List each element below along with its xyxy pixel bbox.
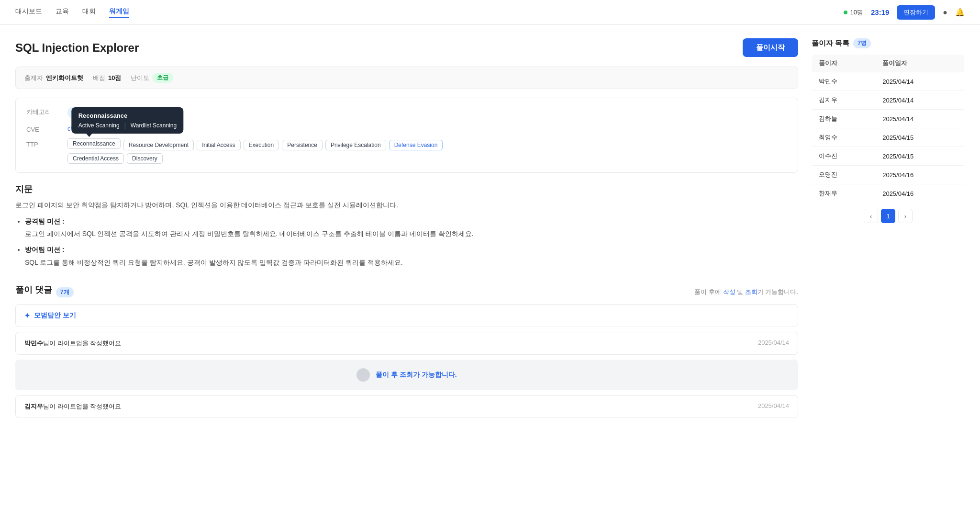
page-title: SQL Injection Explorer <box>15 41 139 55</box>
online-count: 10명 <box>844 8 863 17</box>
ttp-tag-reconnaissance[interactable]: Reconnaissance <box>67 138 121 149</box>
score-value: 10점 <box>108 74 121 82</box>
ttp-tag-credential-access[interactable]: Credential Access <box>67 153 124 164</box>
comments-title: 풀이 댓글 <box>15 284 52 295</box>
comments-header: 풀이 댓글 7개 풀이 후에 작성 및 조회가 가능합니다. <box>15 284 798 300</box>
player-date: 2025/04/16 <box>876 166 964 184</box>
sidebar-title: 풀이자 목록 7명 <box>812 38 965 48</box>
difficulty-badge: 초급 <box>152 73 173 83</box>
player-date: 2025/04/14 <box>876 91 964 110</box>
best-answer-button[interactable]: ✦ 모범답안 보기 <box>24 311 789 320</box>
timer: 23:19 <box>871 8 889 16</box>
view-link[interactable]: 조회 <box>745 288 757 295</box>
ttp-tag-persistence[interactable]: Persistence <box>282 140 323 150</box>
comment-row-1: 박민수님이 라이트업을 작성했어요 2025/04/14 <box>24 339 789 348</box>
detail-card: 카테고리 웹해킹 CVE cVE-2019-10164 TTP Reconnai… <box>15 98 798 173</box>
player-date: 2025/04/15 <box>876 128 964 147</box>
sidebar: 풀이자 목록 7명 풀이자 풀이일자 박민수2025/04/14김지우2025/… <box>812 38 965 423</box>
ttp-tag-initial-access[interactable]: Initial Access <box>197 140 240 150</box>
pagination: ‹ 1 › <box>812 209 965 223</box>
unlock-link[interactable]: 풀이 후 조회가 가능합니다. <box>376 371 457 378</box>
score-label: 배점 <box>93 74 105 82</box>
content-section-title: 지문 <box>15 183 798 195</box>
creator-item: 출제자 엔키화이트햇 <box>24 74 83 82</box>
comments-section: 풀이 댓글 7개 풀이 후에 작성 및 조회가 가능합니다. ✦ 모범답안 보기… <box>15 284 798 418</box>
difficulty-item: 난이도 초급 <box>131 73 173 83</box>
page-content: SQL Injection Explorer 풀이시작 출제자 엔키화이트햇 배… <box>0 25 980 436</box>
player-date: 2025/04/14 <box>876 72 964 91</box>
difficulty-label: 난이도 <box>131 74 149 82</box>
ttp-tag-execution[interactable]: Execution <box>244 140 279 150</box>
table-row: 최영수2025/04/15 <box>812 128 965 147</box>
extend-button[interactable]: 연장하기 <box>897 5 935 20</box>
ttp-label: TTP <box>26 140 60 148</box>
mission-attack-text: 로그인 페이지에서 SQL 인젝션 공격을 시도하여 관리자 계정 비밀번호를 … <box>25 230 474 238</box>
tooltip-item-2: Wardlist Scanning <box>131 122 177 129</box>
nav-competition[interactable]: 대회 <box>82 7 96 18</box>
nav-right: 10명 23:19 연장하기 ● 🔔 <box>844 5 965 20</box>
bell-icon[interactable]: 🔔 <box>955 8 965 17</box>
mission-defense: 방어팀 미션 : SQL 로그를 통해 비정상적인 쿼리 요청을 탐지하세요. … <box>25 243 798 269</box>
cve-label: CVE <box>26 125 60 133</box>
ttp-tag-discovery[interactable]: Discovery <box>127 153 163 164</box>
best-answer-label: 모범답안 보기 <box>34 311 76 320</box>
player-table: 풀이자 풀이일자 박민수2025/04/14김지우2025/04/14김하늘20… <box>812 54 965 203</box>
table-row: 오명진2025/04/16 <box>812 166 965 184</box>
player-name: 김지우 <box>812 91 876 110</box>
user-icon[interactable]: ● <box>943 8 947 17</box>
creator-value: 엔키화이트햇 <box>46 74 83 82</box>
ttp-tag-privilege-escalation[interactable]: Privilege Escalation <box>325 140 386 150</box>
next-page-button[interactable]: › <box>898 209 913 223</box>
tooltip-divider: | <box>124 122 126 129</box>
comments-notice: 풀이 후에 작성 및 조회가 가능합니다. <box>694 288 798 296</box>
tooltip-arrow <box>86 133 93 137</box>
table-row: 김하늘2025/04/14 <box>812 110 965 128</box>
comment-row-2: 김지우님이 라이트업을 작성했어요 2025/04/14 <box>24 402 789 411</box>
online-dot <box>844 11 847 14</box>
comment-1-date: 2025/04/14 <box>758 339 789 348</box>
blur-avatar <box>356 368 370 382</box>
nav-wargame[interactable]: 워게임 <box>109 7 129 18</box>
creator-label: 출제자 <box>24 74 43 82</box>
tooltip-title: Reconnaissance <box>78 112 177 119</box>
ttp-tags-container: Reconnaissance Reconnaissance Active Sca… <box>67 140 443 164</box>
best-answer-card[interactable]: ✦ 모범답안 보기 <box>15 304 798 327</box>
tooltip-box: Reconnaissance Active Scanning | Wardlis… <box>72 107 183 134</box>
table-row: 한재우2025/04/16 <box>812 184 965 203</box>
comment-item-1: 박민수님이 라이트업을 작성했어요 2025/04/14 <box>15 332 798 355</box>
tooltip-items: Active Scanning | Wardlist Scanning <box>78 122 177 129</box>
ttp-tags-row1: Reconnaissance Reconnaissance Active Sca… <box>67 140 443 150</box>
mission-defense-text: SQL 로그를 통해 비정상적인 쿼리 요청을 탐지하세요. 공격이 발생하지 … <box>25 259 403 266</box>
comment-2-author: 김지우님이 라이트업을 작성했어요 <box>24 402 121 411</box>
player-name: 오명진 <box>812 166 876 184</box>
ttp-tag-defense-evasion[interactable]: Defense Evasion <box>389 140 443 150</box>
navbar: 대시보드 교육 대회 워게임 10명 23:19 연장하기 ● 🔔 <box>0 0 980 25</box>
play-button[interactable]: 풀이시작 <box>743 38 798 57</box>
ttp-tag-resource-dev[interactable]: Resource Development <box>123 140 194 150</box>
player-table-body: 박민수2025/04/14김지우2025/04/14김하늘2025/04/14최… <box>812 72 965 203</box>
star-icon: ✦ <box>24 312 30 319</box>
player-name: 이수진 <box>812 147 876 166</box>
tooltip-item-1: Active Scanning <box>78 122 120 129</box>
page-1-button[interactable]: 1 <box>881 209 895 223</box>
blur-card: 풀이 후 조회가 가능합니다. <box>15 360 798 390</box>
prev-page-button[interactable]: ‹ <box>864 209 878 223</box>
nav-links: 대시보드 교육 대회 워게임 <box>15 7 844 18</box>
mission-list: 공격팀 미션 : 로그인 페이지에서 SQL 인젝션 공격을 시도하여 관리자 … <box>15 215 798 269</box>
nav-education[interactable]: 교육 <box>56 7 69 18</box>
sidebar-title-text: 풀이자 목록 <box>812 39 849 48</box>
online-count-label: 10명 <box>850 8 863 17</box>
player-table-header-row: 풀이자 풀이일자 <box>812 55 965 72</box>
write-link[interactable]: 작성 <box>723 288 735 295</box>
player-name: 김하늘 <box>812 110 876 128</box>
ttp-reconnaissance-container: Reconnaissance Reconnaissance Active Sca… <box>67 140 121 150</box>
player-name: 최영수 <box>812 128 876 147</box>
nav-dashboard[interactable]: 대시보드 <box>15 7 42 18</box>
mission-defense-title: 방어팀 미션 : <box>25 246 64 253</box>
comment-1-author: 박민수님이 라이트업을 작성했어요 <box>24 339 121 348</box>
player-date: 2025/04/16 <box>876 184 964 203</box>
content-description: 로그인 페이지의 보안 취약점을 탐지하거나 방어하며, SQL 인젝션을 이용… <box>15 200 798 211</box>
main-content: SQL Injection Explorer 풀이시작 출제자 엔키화이트햇 배… <box>15 38 798 423</box>
sidebar-count: 7명 <box>853 38 871 48</box>
mission-attack-title: 공격팀 미션 : <box>25 217 64 225</box>
